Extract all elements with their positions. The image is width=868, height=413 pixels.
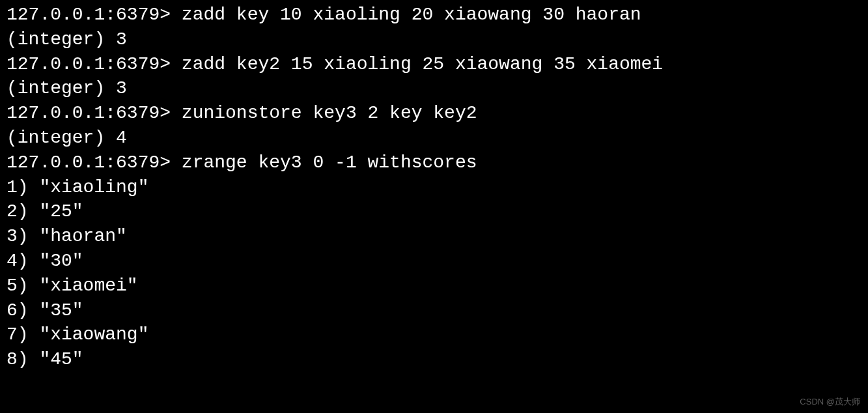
terminal-command-line: 127.0.0.1:6379> zunionstore key3 2 key k… — [7, 101, 861, 126]
terminal-output-text: (integer) 3 — [7, 29, 127, 50]
terminal-command-text: zunionstore key3 2 key key2 — [182, 103, 477, 123]
terminal-prompt: 127.0.0.1:6379> — [7, 152, 182, 173]
watermark-text: CSDN @茂大师 — [800, 396, 860, 408]
terminal-prompt: 127.0.0.1:6379> — [7, 54, 182, 74]
terminal-output-line: (integer) 3 — [7, 76, 861, 101]
terminal-command-line: 127.0.0.1:6379> zrange key3 0 -1 withsco… — [7, 150, 861, 175]
terminal-output-line: 1) "xiaoling" — [7, 175, 861, 200]
terminal-output-line: 3) "haoran" — [7, 224, 861, 249]
terminal-output-text: 5) "xiaomei" — [7, 276, 138, 296]
terminal-output-text: 2) "25" — [7, 201, 83, 221]
terminal-command-text: zrange key3 0 -1 withscores — [182, 152, 477, 173]
terminal-prompt: 127.0.0.1:6379> — [7, 103, 182, 123]
terminal-output-line: 5) "xiaomei" — [7, 274, 861, 298]
terminal-output-text: (integer) 4 — [7, 128, 127, 148]
terminal-output-text: 7) "xiaowang" — [7, 324, 148, 345]
terminal-output-text: 1) "xiaoling" — [7, 177, 148, 197]
terminal-command-line: 127.0.0.1:6379> zadd key 10 xiaoling 20 … — [7, 3, 861, 27]
terminal-output-text: 6) "35" — [7, 300, 83, 320]
terminal-output-line: 4) "30" — [7, 249, 861, 274]
terminal-output-line: 6) "35" — [7, 298, 861, 323]
terminal-output-line: 2) "25" — [7, 199, 861, 224]
terminal-command-text: zadd key2 15 xiaoling 25 xiaowang 35 xia… — [182, 54, 663, 74]
terminal-command-line: 127.0.0.1:6379> zadd key2 15 xiaoling 25… — [7, 52, 861, 77]
terminal-output[interactable]: 127.0.0.1:6379> zadd key 10 xiaoling 20 … — [7, 3, 861, 372]
terminal-command-text: zadd key 10 xiaoling 20 xiaowang 30 haor… — [182, 5, 641, 25]
terminal-output-text: 4) "30" — [7, 251, 83, 271]
terminal-output-line: (integer) 4 — [7, 126, 861, 150]
terminal-prompt: 127.0.0.1:6379> — [7, 5, 182, 25]
terminal-output-line: 7) "xiaowang" — [7, 322, 861, 347]
terminal-output-line: (integer) 3 — [7, 27, 861, 52]
terminal-output-line: 8) "45" — [7, 347, 861, 372]
terminal-output-text: 8) "45" — [7, 349, 83, 369]
terminal-output-text: (integer) 3 — [7, 78, 127, 98]
terminal-output-text: 3) "haoran" — [7, 226, 127, 246]
